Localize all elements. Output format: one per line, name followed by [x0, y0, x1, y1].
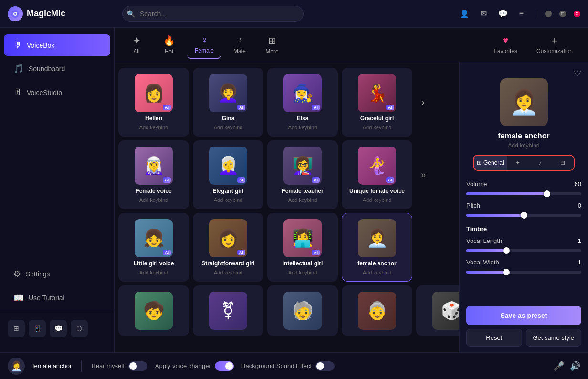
voice-keybind-teacher[interactable]: Add keybind — [288, 197, 317, 203]
voice-card-straightforward[interactable]: 👩 AI Straightforward girl Add keybind — [193, 213, 263, 282]
favorite-button[interactable]: ♡ — [574, 68, 581, 78]
sidebar-item-soundboard[interactable]: 🎵 Soundboard — [4, 58, 110, 80]
voice-card-female-anchor[interactable]: 👩‍💼 female anchor Add keybind — [342, 213, 412, 282]
tab-favorites[interactable]: ♥ Favorites — [486, 31, 525, 58]
search-bar[interactable]: 🔍 — [122, 6, 304, 22]
tab-male[interactable]: ♂ Male — [225, 31, 254, 58]
status-right-controls: 🎤 🔊 — [554, 361, 580, 371]
sidebar-label-soundboard: Soundboard — [29, 65, 65, 73]
voice-card-teacher[interactable]: 👩‍🏫 AI Female teacher Add keybind — [267, 140, 338, 209]
voice-card-elegant[interactable]: 👩‍🦳 AI Elegant girl Add keybind — [193, 140, 263, 209]
volume-thumb[interactable] — [544, 190, 550, 197]
panel-tab-audio[interactable]: ♪ — [529, 156, 551, 170]
maximize-button[interactable]: □ — [559, 11, 566, 17]
voice-card-r4v2[interactable]: ⚧ — [193, 285, 263, 336]
voice-card-r4v1[interactable]: 🧒 — [118, 285, 189, 336]
sidebar-tool-3[interactable]: 💬 — [50, 320, 67, 337]
voice-keybind-female-anchor[interactable]: Add keybind — [363, 270, 392, 275]
r4v5-emoji: 🎲 — [441, 301, 460, 321]
bg-sound-toggle[interactable] — [315, 361, 335, 371]
voice-card-female-voice[interactable]: 🧝‍♀️ AI Female voice Add keybind — [118, 140, 189, 209]
speaker-button[interactable]: 🔊 — [570, 361, 580, 371]
pitch-slider[interactable] — [466, 214, 581, 217]
voice-keybind-little-girl[interactable]: Add keybind — [139, 270, 168, 275]
vocal-width-slider[interactable] — [466, 271, 581, 274]
hear-myself-label: Hear myself — [91, 362, 124, 369]
panel-keybind[interactable]: Add keybind — [460, 142, 588, 155]
voice-name-little-girl: Little girl voice — [134, 260, 174, 267]
voice-grid: 👩 AI Hellen Add keybind 👩‍🦱 AI Gina Add … — [115, 62, 459, 352]
panel-tab-general[interactable]: ⊞ General — [474, 156, 507, 170]
status-voice-name: female anchor — [32, 362, 72, 369]
sidebar-item-voicebox[interactable]: 🎙 VoiceBox — [4, 34, 110, 56]
sidebar-item-settings[interactable]: ⚙ Settings — [4, 263, 110, 285]
panel-tab-effects[interactable]: ✦ — [507, 156, 529, 170]
voice-card-hellen[interactable]: 👩 AI Hellen Add keybind — [118, 68, 189, 137]
voice-name-intellectual: Intellectual girl — [283, 260, 323, 267]
mail-icon[interactable]: ✉ — [479, 7, 489, 20]
voice-keybind-female-voice[interactable]: Add keybind — [139, 197, 168, 203]
voice-keybind-unique[interactable]: Add keybind — [363, 197, 392, 203]
panel-tab-advanced[interactable]: ⊟ — [551, 156, 574, 170]
voice-card-little-girl[interactable]: 👧 AI Little girl voice Add keybind — [118, 213, 189, 282]
sidebar-item-tutorial[interactable]: 📖 Use Tutorial — [4, 287, 110, 309]
hear-myself-thumb — [129, 362, 137, 370]
voice-avatar-gina: 👩‍🦱 AI — [209, 74, 247, 112]
tab-more[interactable]: ⊞ More — [258, 31, 286, 59]
same-style-button[interactable]: Get same style — [526, 329, 582, 347]
tab-customization[interactable]: ＋ Customization — [529, 32, 580, 58]
female-voice-emoji: 🧝‍♀️ — [143, 156, 165, 176]
voice-keybind-elsa[interactable]: Add keybind — [288, 125, 317, 130]
general-tab-label: General — [483, 159, 504, 166]
expand-button-row2[interactable]: » — [416, 140, 430, 209]
sidebar-tool-4[interactable]: ⬡ — [71, 320, 88, 337]
pitch-row: Pitch 0 — [466, 202, 581, 209]
tab-female[interactable]: ♀ Female — [187, 31, 221, 59]
voice-card-gina[interactable]: 👩‍🦱 AI Gina Add keybind — [193, 68, 263, 137]
expand-button-row1[interactable]: › — [416, 68, 430, 137]
close-button[interactable]: ✕ — [574, 11, 580, 17]
reset-button[interactable]: Reset — [466, 329, 522, 347]
vocal-length-slider[interactable] — [466, 249, 581, 252]
volume-slider[interactable] — [466, 192, 581, 195]
vocal-width-thumb[interactable] — [503, 269, 510, 275]
voice-keybind-straightforward[interactable]: Add keybind — [214, 270, 243, 275]
voice-name-elegant: Elegant girl — [212, 188, 243, 194]
save-preset-button[interactable]: Save as preset — [466, 306, 581, 325]
voice-keybind-hellen[interactable]: Add keybind — [139, 125, 168, 130]
voice-card-elsa[interactable]: 🧙‍♀️ AI Elsa Add keybind — [267, 68, 338, 137]
voice-keybind-gina[interactable]: Add keybind — [214, 125, 243, 130]
voice-card-r4v4[interactable]: 👵 — [342, 285, 412, 336]
sidebar-item-voicestudio[interactable]: 🎚 VoiceStudio — [4, 82, 110, 103]
tab-all[interactable]: ✦ All — [122, 31, 151, 59]
hot-tab-icon: 🔥 — [163, 35, 175, 46]
voice-keybind-intellectual[interactable]: Add keybind — [288, 270, 317, 275]
unique-emoji: 🧜‍♀️ — [367, 156, 388, 176]
hear-myself-toggle[interactable] — [128, 361, 147, 371]
voice-card-r4v5[interactable]: 🎲 — [416, 285, 459, 336]
apply-voice-toggle[interactable] — [215, 361, 234, 371]
user-icon[interactable]: 👤 — [458, 7, 471, 20]
discord-icon[interactable]: 💬 — [496, 7, 510, 20]
sidebar-tool-2[interactable]: 📱 — [29, 320, 46, 337]
tab-hot[interactable]: 🔥 Hot — [155, 31, 183, 59]
panel-tabs: ⊞ General ✦ ♪ ⊟ — [473, 155, 575, 171]
volume-row: Volume 60 — [466, 180, 581, 188]
voice-card-graceful[interactable]: 💃 AI Graceful girl Add keybind — [342, 68, 412, 137]
voice-keybind-elegant[interactable]: Add keybind — [214, 197, 243, 203]
search-input[interactable] — [122, 6, 304, 22]
voice-name-female-anchor: female anchor — [357, 260, 396, 267]
male-tab-icon: ♂ — [236, 35, 243, 46]
menu-icon[interactable]: ≡ — [517, 8, 525, 20]
pitch-thumb[interactable] — [521, 212, 527, 219]
vocal-length-thumb[interactable] — [503, 247, 510, 254]
voice-card-r4v3[interactable]: 🧓 — [267, 285, 338, 336]
status-avatar: 👩‍💼 — [8, 358, 25, 375]
sidebar-tool-1[interactable]: ⊞ — [8, 320, 25, 337]
voice-keybind-graceful[interactable]: Add keybind — [363, 125, 392, 130]
voice-avatar-r4v3: 🧓 — [284, 292, 322, 330]
voice-card-intellectual[interactable]: 👩‍💻 AI Intellectual girl Add keybind — [267, 213, 338, 282]
voice-card-unique[interactable]: 🧜‍♀️ AI Unique female voice Add keybind — [342, 140, 412, 209]
minimize-button[interactable]: — — [545, 11, 552, 17]
mic-button[interactable]: 🎤 — [554, 361, 564, 371]
